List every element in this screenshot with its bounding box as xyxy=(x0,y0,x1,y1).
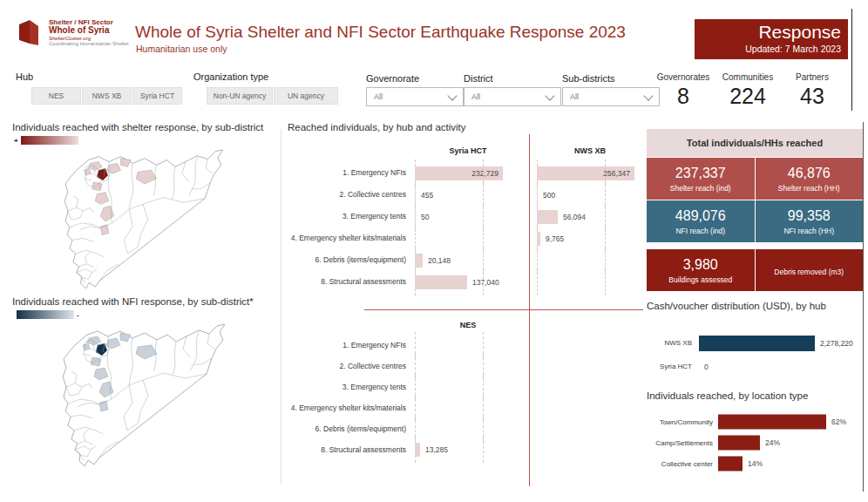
hub-chart-grid-top: 1. Emergency NFIs232,729256,3472. Collec… xyxy=(288,162,643,293)
nes-track[interactable] xyxy=(415,356,521,376)
kpi-nfi-hh: 99,358 NFI reach (HH) xyxy=(756,200,864,242)
stat-governorates-label: Governorates xyxy=(652,72,715,82)
cash-row[interactable]: Syria HCT0 xyxy=(647,355,863,378)
bar[interactable] xyxy=(415,275,467,289)
response-tab[interactable]: Response Updated: 7 March 2023 xyxy=(695,19,848,59)
nws-xb-track[interactable]: 500 xyxy=(537,184,643,206)
cash-hub-label: NWS XB xyxy=(647,339,692,347)
hub-activity-row[interactable]: 8. Structural assessments137,040 xyxy=(288,271,643,293)
activity-label: 4. Emergency shelter kits/materials xyxy=(288,404,406,412)
nes-track[interactable] xyxy=(415,335,521,356)
location-track[interactable]: 62% xyxy=(718,411,858,432)
hub-activity-row-nes[interactable]: 4. Emergency shelter kits/materials xyxy=(288,397,643,418)
nes-track[interactable] xyxy=(415,376,521,397)
cash-track[interactable]: 2,278,220 xyxy=(699,331,847,355)
subdistrict-dropdown[interactable]: All xyxy=(562,87,660,106)
hub-activity-row-nes[interactable]: 3. Emergency tents xyxy=(288,376,643,397)
location-type-label: Camp/Settlements xyxy=(647,439,713,447)
hub-activity-row[interactable]: 1. Emergency NFIs232,729256,347 xyxy=(288,162,643,184)
shelter-map-legend: + xyxy=(14,136,279,145)
location-track[interactable]: 24% xyxy=(718,432,858,453)
governorate-dropdown[interactable]: All xyxy=(366,87,464,106)
hub-filter-group: NES NWS XB Syria HCT xyxy=(31,87,182,105)
kpi-shelter-hh-label: Shelter reach (HH) xyxy=(778,184,840,193)
bar[interactable] xyxy=(718,457,743,471)
location-row[interactable]: Collective center14% xyxy=(647,453,863,474)
logo-line4: Coordinating Humanitarian Shelter xyxy=(49,41,129,46)
kpi-header: Total individuals/HHs reached xyxy=(647,129,863,157)
kpi-debris-label: Debris removed (m3) xyxy=(774,268,844,276)
syria-hct-track[interactable]: 20,148 xyxy=(415,249,521,271)
location-row[interactable]: Camp/Settlements24% xyxy=(647,432,863,453)
nws-xb-track[interactable] xyxy=(537,249,643,271)
kpi-shelter-hh: 46,876 Shelter reach (HH) xyxy=(756,158,864,200)
location-track[interactable]: 14% xyxy=(718,453,858,474)
kpi-shelter-hh-value: 46,876 xyxy=(788,166,831,181)
hub-filter-nes[interactable]: NES xyxy=(31,87,81,105)
hub-activity-row-nes[interactable]: 2. Collective centres xyxy=(288,356,643,376)
bar[interactable] xyxy=(537,232,540,246)
syria-hct-track[interactable]: 455 xyxy=(415,184,521,206)
bar[interactable] xyxy=(415,443,420,457)
kpi-cards: 237,337 Shelter reach (ind) 46,876 Shelt… xyxy=(647,158,863,242)
org-type-filter-label: Organization type xyxy=(193,71,268,82)
bar[interactable] xyxy=(537,188,538,202)
shelter-map-title: Individuals reached with shelter respons… xyxy=(12,122,279,132)
syria-hct-track[interactable]: 137,040 xyxy=(415,271,521,293)
cash-row[interactable]: NWS XB2,278,220 xyxy=(647,331,863,355)
kpi-buildings-value: 3,980 xyxy=(683,257,718,273)
hub-activity-row[interactable]: 2. Collective centres455500 xyxy=(288,184,643,206)
district-dd-value: All xyxy=(471,92,480,101)
location-row[interactable]: Town/Community62% xyxy=(647,411,863,432)
district-dropdown[interactable]: All xyxy=(464,87,561,106)
bar[interactable] xyxy=(415,254,423,268)
cash-track[interactable]: 0 xyxy=(699,355,847,378)
syria-hct-track[interactable]: 232,729 xyxy=(415,162,521,184)
kpi-buildings-assessed: 3,980 Buildings assessed xyxy=(647,249,755,291)
stat-governorates: Governorates 8 xyxy=(652,72,715,109)
bar[interactable] xyxy=(415,210,416,224)
nws-xb-track[interactable]: 9,765 xyxy=(537,227,643,249)
nes-track[interactable] xyxy=(415,418,521,439)
hub-header-nws-xb: NWS XB xyxy=(537,146,643,155)
bar[interactable] xyxy=(415,188,416,202)
shelter-response-map[interactable] xyxy=(12,145,270,291)
nfi-response-map[interactable] xyxy=(12,319,270,469)
activity-label: 8. Structural assessments xyxy=(288,446,406,454)
nes-track[interactable]: 13,285 xyxy=(415,439,521,460)
hub-filter-nws-xb[interactable]: NWS XB xyxy=(82,87,132,105)
stat-communities-value: 224 xyxy=(716,84,779,109)
nws-xb-track[interactable]: 56,094 xyxy=(537,206,643,227)
nws-xb-track[interactable]: 256,347 xyxy=(537,162,643,184)
location-type-label: Collective center xyxy=(647,460,713,468)
syria-hct-track[interactable]: 50 xyxy=(415,206,521,227)
org-type-non-un[interactable]: Non-UN agency xyxy=(207,87,273,105)
stat-communities-label: Communities xyxy=(716,72,779,82)
org-type-un[interactable]: UN agency xyxy=(274,87,338,105)
hub-activity-row-nes[interactable]: 6. Debris (items/equipment) xyxy=(288,418,643,439)
nws-xb-track[interactable] xyxy=(537,271,643,293)
bar[interactable] xyxy=(537,210,558,224)
hub-activity-row[interactable]: 4. Emergency shelter kits/materials9,765 xyxy=(288,227,643,249)
hub-activity-row[interactable]: 6. Debris (items/equipment)20,148 xyxy=(288,249,643,271)
syria-hct-track[interactable] xyxy=(415,227,521,249)
hub-activity-row-nes[interactable]: 8. Structural assessments13,285 xyxy=(288,439,643,460)
hub-column-headers: Syria HCT NWS XB xyxy=(288,139,643,161)
bar[interactable] xyxy=(718,415,826,430)
org-logo: Shelter / NFI Sector Whole of Syria Shel… xyxy=(12,19,129,49)
bar[interactable] xyxy=(718,436,760,451)
bar-value-label: 500 xyxy=(543,191,555,200)
kpi-shelter-ind: 237,337 Shelter reach (ind) xyxy=(647,158,755,200)
kpi-nfi-ind-value: 489,076 xyxy=(675,208,726,224)
nes-track[interactable] xyxy=(415,397,521,418)
hub-activity-row[interactable]: 3. Emergency tents5056,094 xyxy=(288,206,643,227)
bar-value-label: 455 xyxy=(421,191,433,200)
hub-filter-syria-hct[interactable]: Syria HCT xyxy=(132,87,182,105)
bar[interactable] xyxy=(699,336,815,351)
activity-label: 1. Emergency NFIs xyxy=(288,169,406,177)
nfi-map-legend: - xyxy=(14,310,279,319)
hub-activity-row-nes[interactable]: 1. Emergency NFIs xyxy=(288,335,643,356)
nfi-legend-gradient xyxy=(17,310,74,319)
bar-value-label: 62% xyxy=(831,417,846,426)
page-edge-line-top xyxy=(851,9,852,111)
